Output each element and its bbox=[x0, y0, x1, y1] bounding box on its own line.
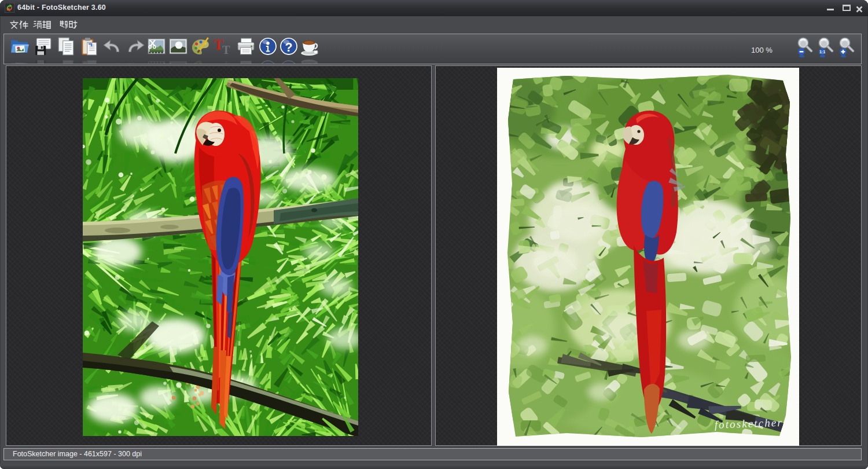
svg-text:T: T bbox=[222, 43, 230, 56]
svg-text:1:1: 1:1 bbox=[819, 50, 825, 54]
svg-text:T: T bbox=[222, 59, 230, 64]
svg-text:?: ? bbox=[285, 61, 293, 65]
